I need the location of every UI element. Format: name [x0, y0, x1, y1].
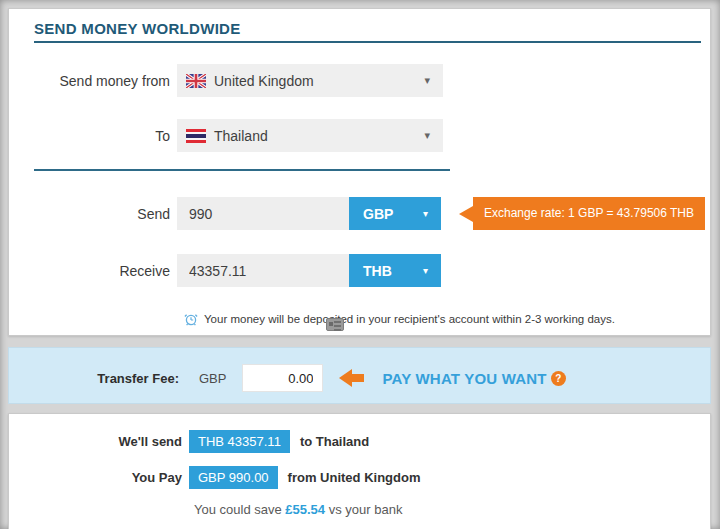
you-pay-label: You Pay	[9, 470, 182, 485]
transfer-fee-currency: GBP	[199, 371, 226, 386]
to-country-dropdown[interactable]: Thailand ▾	[177, 119, 443, 152]
thailand-flag-icon	[186, 129, 206, 143]
deposit-note: Your money will be deposited in your rec…	[184, 312, 615, 326]
savings-prefix: You could save	[194, 502, 285, 517]
to-country-value: Thailand	[214, 128, 268, 144]
send-currency-button[interactable]: GBP ▾	[349, 197, 441, 230]
exchange-rate-tooltip: Exchange rate: 1 GBP = 43.79506 THB	[459, 197, 705, 230]
from-country-value: United Kingdom	[214, 73, 314, 89]
send-row: Send GBP ▾ Exchange rate: 1 GBP = 43.795…	[9, 197, 441, 230]
page-background: SEND MONEY WORLDWIDE Send money from Uni…	[0, 0, 720, 529]
to-row: To Thailand ▾	[9, 119, 443, 152]
receive-currency-code: THB	[363, 263, 392, 279]
send-amount-badge: THB 43357.11	[189, 430, 290, 453]
send-money-panel: SEND MONEY WORLDWIDE Send money from Uni…	[8, 8, 711, 336]
send-destination-text: to Thailand	[300, 434, 369, 449]
pay-amount-badge: GBP 990.00	[189, 466, 278, 489]
you-pay-row: You Pay GBP 990.00 from United Kingdom	[9, 466, 710, 489]
tooltip-arrow-icon	[459, 206, 473, 222]
summary-panel: We'll send THB 43357.11 to Thailand You …	[8, 413, 711, 529]
chevron-down-icon: ▾	[423, 265, 428, 276]
page-title: SEND MONEY WORLDWIDE	[34, 20, 241, 37]
exchange-rate-text: Exchange rate: 1 GBP = 43.79506 THB	[473, 197, 705, 230]
transfer-fee-band: Transfer Fee: GBP PAY WHAT YOU WANT ?	[8, 347, 711, 404]
transfer-fee-input[interactable]	[242, 364, 323, 392]
savings-line: You could save £55.54 vs your bank	[194, 502, 402, 517]
send-currency-code: GBP	[363, 206, 393, 222]
receive-currency-button[interactable]: THB ▾	[349, 254, 441, 287]
pay-what-you-want-label: PAY WHAT YOU WANT	[382, 370, 546, 387]
uk-flag-icon	[186, 74, 206, 88]
from-label: Send money from	[9, 73, 177, 89]
transfer-fee-label: Transfer Fee:	[9, 371, 179, 386]
section-divider	[34, 169, 450, 171]
savings-amount: £55.54	[285, 502, 325, 517]
chevron-down-icon: ▾	[424, 129, 430, 142]
chevron-down-icon: ▾	[423, 208, 428, 219]
receive-amount-input[interactable]	[177, 254, 349, 287]
deposit-note-text: Your money will be deposited in your rec…	[204, 313, 615, 325]
well-send-label: We'll send	[9, 434, 182, 449]
transfer-fee-row: Transfer Fee: GBP PAY WHAT YOU WANT ?	[9, 364, 710, 392]
from-row: Send money from United Kingdom ▾	[9, 64, 443, 97]
well-send-row: We'll send THB 43357.11 to Thailand	[9, 430, 710, 453]
send-label: Send	[9, 206, 177, 222]
help-question-icon[interactable]: ?	[551, 371, 566, 386]
mouse-cursor-artifact	[326, 318, 344, 331]
receive-label: Receive	[9, 263, 177, 279]
pay-origin-text: from United Kingdom	[288, 470, 421, 485]
left-arrow-icon	[339, 369, 364, 387]
savings-suffix: vs your bank	[325, 502, 402, 517]
alarm-clock-icon	[184, 312, 198, 326]
from-country-dropdown[interactable]: United Kingdom ▾	[177, 64, 443, 97]
receive-row: Receive THB ▾	[9, 254, 441, 287]
send-amount-input[interactable]	[177, 197, 349, 230]
title-divider	[34, 41, 701, 43]
chevron-down-icon: ▾	[424, 74, 430, 87]
to-label: To	[9, 128, 177, 144]
